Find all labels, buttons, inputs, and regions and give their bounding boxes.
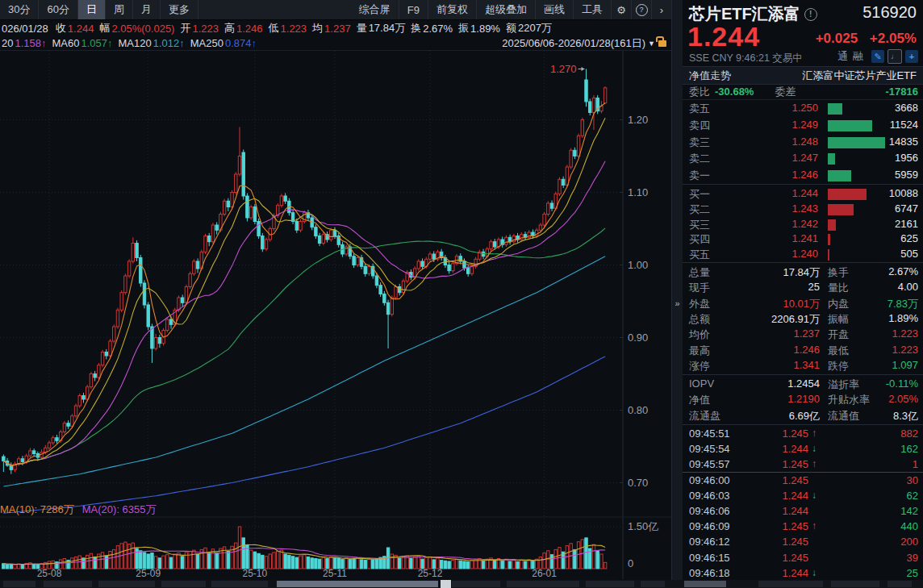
- candle: [315, 227, 317, 236]
- stat-label: 最低: [828, 344, 849, 358]
- chevron-right-icon[interactable]: ›: [652, 0, 671, 19]
- stat-value: 1.2190: [731, 393, 820, 405]
- toolbar-item-30分[interactable]: 30分: [0, 0, 39, 19]
- candle: [494, 242, 496, 247]
- volume-bar: [280, 550, 282, 569]
- collapse-panel-icon[interactable]: »: [672, 295, 683, 311]
- candle: [399, 287, 401, 293]
- toolbar-item-更多[interactable]: 更多: [161, 0, 198, 19]
- alert-bell-icon[interactable]: ♩: [888, 49, 902, 64]
- stat-label: IOPV: [689, 377, 714, 390]
- buy-level-row[interactable]: 买五1.240505: [683, 246, 923, 263]
- candle: [223, 201, 225, 214]
- tick-row[interactable]: 09:46:121.245200: [683, 535, 923, 550]
- volume-bar: [596, 551, 599, 569]
- volume-bar: [417, 556, 420, 569]
- stat-label: 流通盘: [689, 409, 720, 423]
- ohlc-振: 振1.89%: [458, 21, 500, 35]
- candle: [364, 266, 366, 273]
- toolbar-item-周[interactable]: 周: [106, 0, 133, 19]
- candle: [2, 457, 5, 461]
- stat-value: 1.223: [892, 327, 918, 340]
- sell-level-row[interactable]: 卖二1.2471956: [683, 150, 923, 167]
- tick-row[interactable]: 09:45:541.244↓162: [683, 442, 923, 457]
- sell-level-row[interactable]: 卖一1.2465959: [683, 167, 923, 184]
- gear-icon[interactable]: ⚙: [612, 0, 632, 19]
- y-axis-label: 0.70: [628, 477, 648, 489]
- tick-row[interactable]: 09:46:001.24530: [683, 473, 923, 489]
- candle: [585, 80, 587, 102]
- volume-bar: [143, 553, 145, 569]
- stat-label: 开盘: [828, 327, 849, 342]
- candle: [189, 273, 191, 286]
- candle: [211, 225, 214, 242]
- date-range-selector[interactable]: 2025/06/06-2026/01/28(161日) ▼: [502, 36, 673, 51]
- ma-line: [3, 161, 605, 465]
- toolbar-item-综合屏[interactable]: 综合屏: [351, 0, 399, 19]
- tick-row[interactable]: 09:45:571.245↑1: [683, 457, 923, 473]
- toolbar-item-超级叠加[interactable]: 超级叠加: [477, 0, 536, 19]
- toolbar-item-工具[interactable]: 工具: [574, 0, 612, 19]
- nav-value-row[interactable]: 净值走势 汇添富中证芯片产业ETF: [683, 66, 923, 85]
- tick-row[interactable]: 09:46:061.244142: [683, 504, 923, 519]
- tick-time: 09:45:54: [689, 443, 730, 455]
- sell-level-row[interactable]: 卖四1.24911524: [683, 117, 923, 134]
- help-icon[interactable]: ?: [632, 0, 652, 19]
- market-badge-融: 融: [853, 49, 863, 64]
- toolbar-item-月[interactable]: 月: [133, 0, 161, 19]
- unlock-icon[interactable]: [658, 40, 666, 47]
- nav-trend-link[interactable]: 净值走势: [689, 69, 731, 83]
- tick-price: 1.244: [760, 505, 808, 517]
- info-icon[interactable]: !: [804, 8, 817, 21]
- stat-label: 均价: [689, 327, 710, 342]
- candle: [463, 261, 466, 268]
- tick-row[interactable]: 09:46:151.24539: [683, 551, 923, 566]
- x-label-26-01: 26-01: [532, 568, 557, 579]
- toolbar-item-日[interactable]: 日: [78, 0, 106, 19]
- volume-bar: [151, 553, 153, 569]
- tick-row[interactable]: 09:46:031.244↓62: [683, 489, 923, 504]
- toolbar-item-F9[interactable]: F9: [399, 0, 428, 19]
- vol-ma-legend-item: MA(20): 6355万: [82, 503, 157, 515]
- scrollbar-handle[interactable]: [441, 580, 451, 588]
- depth-label: 卖一: [689, 169, 710, 183]
- toolbar-item-前复权[interactable]: 前复权: [428, 0, 477, 19]
- stat-row: 均价1.237开盘1.223: [683, 327, 923, 342]
- edit-pencil-icon[interactable]: ✎: [871, 50, 884, 63]
- candle: [535, 230, 537, 236]
- panel-scrollbar-thumb[interactable]: [684, 581, 726, 587]
- stat-value: 2.05%: [888, 393, 918, 405]
- candle: [154, 338, 157, 349]
- volume-bar: [124, 542, 127, 569]
- candle: [78, 396, 81, 407]
- depth-label: 买二: [689, 202, 710, 217]
- volume-bar: [550, 555, 553, 569]
- candle: [29, 451, 31, 456]
- iopv-separator: [683, 374, 923, 375]
- sell-level-row[interactable]: 卖三1.24814835: [683, 134, 923, 151]
- fund-full-name[interactable]: 汇添富中证芯片产业ETF: [802, 69, 917, 83]
- candle: [124, 276, 127, 293]
- scrollbar-thumb[interactable]: [277, 581, 438, 587]
- candle: [284, 196, 286, 201]
- stat-value: 1.237: [731, 327, 820, 340]
- ma-legend-20: 201.158↑: [2, 37, 47, 49]
- ma-legend-MA120: MA1201.012↑: [119, 37, 185, 49]
- horizontal-scrollbar[interactable]: [0, 580, 923, 588]
- arrow-down-icon: ↓: [812, 567, 816, 578]
- tick-row[interactable]: 09:46:181.244↓25: [683, 566, 923, 582]
- toolbar-item-60分[interactable]: 60分: [39, 0, 77, 19]
- arrow-up-icon: ↑: [812, 427, 816, 439]
- tick-row[interactable]: 09:46:091.245↑440: [683, 519, 923, 535]
- depth-qty: 3668: [895, 102, 918, 114]
- candle: [101, 352, 103, 365]
- sell-level-row[interactable]: 卖五1.2503668: [683, 100, 923, 117]
- candle: [105, 352, 107, 357]
- kline-chart[interactable]: 1.201.101.000.900.800.701.50亿01.270 MA(1…: [0, 51, 671, 579]
- add-plus-icon[interactable]: +: [905, 50, 918, 63]
- toolbar-item-画线[interactable]: 画线: [536, 0, 574, 19]
- quote-panel: 芯片ETF汇添富 ! 516920 1.244 +0.025 +2.05% SS…: [683, 0, 923, 588]
- tick-row[interactable]: 09:45:511.245↑882: [683, 427, 923, 442]
- volume-bar: [113, 549, 115, 569]
- candle: [539, 225, 541, 230]
